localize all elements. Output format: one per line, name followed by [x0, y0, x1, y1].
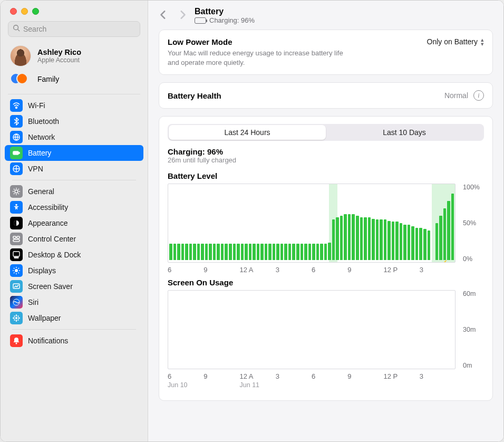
sidebar-item-controlcenter[interactable]: Control Center — [5, 231, 143, 247]
bar — [392, 222, 395, 260]
sidebar-item-accessibility[interactable]: Accessibility — [5, 199, 143, 215]
bar — [419, 228, 422, 261]
bar — [380, 219, 383, 260]
sidebar-item-label: VPN — [28, 165, 43, 173]
sidebar-item-battery[interactable]: Battery — [5, 145, 143, 161]
divider — [12, 180, 136, 180]
main-pane: Battery Charging: 96% Low Power Mode You… — [148, 1, 503, 441]
svg-point-36 — [16, 343, 17, 344]
sidebar-item-screensaver[interactable]: Screen Saver — [5, 278, 143, 294]
x-tick: 12 P — [384, 266, 420, 274]
svg-point-2 — [16, 107, 17, 109]
x-tick: 3 — [420, 372, 455, 380]
x-tick: 12 A — [240, 266, 276, 274]
sidebar-item-label: Bluetooth — [28, 117, 59, 126]
sidebar-item-wifi[interactable]: Wi-Fi — [5, 98, 143, 113]
bar — [387, 221, 391, 260]
minimize-window-icon[interactable] — [21, 8, 28, 15]
svg-point-35 — [14, 319, 16, 321]
date-tick — [312, 381, 347, 389]
displays-icon — [10, 264, 23, 277]
bar — [364, 217, 367, 260]
bar — [288, 244, 292, 260]
bar — [415, 228, 419, 261]
sidebar-list: Wi-FiBluetoothNetworkBatteryVPNGeneralAc… — [1, 98, 148, 349]
x-tick: 6 — [168, 372, 203, 380]
sidebar-item-displays[interactable]: Displays — [5, 263, 143, 278]
family-row[interactable]: Family — [1, 70, 148, 91]
info-icon[interactable]: i — [473, 90, 484, 101]
x-tick: 12 A — [240, 372, 276, 380]
sidebar-item-general[interactable]: General — [5, 184, 143, 199]
accessibility-icon — [10, 201, 23, 214]
x-tick: 6 — [312, 266, 347, 274]
sidebar-item-siri[interactable]: Siri — [5, 294, 143, 310]
controlcenter-icon — [10, 233, 23, 245]
date-labels: Jun 10Jun 11 — [168, 381, 455, 389]
bar — [376, 219, 379, 260]
sidebar-item-notifications[interactable]: Notifications — [5, 333, 143, 349]
close-window-icon[interactable] — [10, 8, 17, 15]
bar — [384, 219, 387, 260]
bar — [260, 244, 264, 260]
bar — [169, 244, 172, 260]
svg-point-27 — [15, 317, 17, 319]
sidebar-item-wallpaper[interactable]: Wallpaper — [5, 310, 143, 326]
svg-rect-11 — [13, 236, 16, 238]
battery-health-card[interactable]: Battery Health Normal i — [159, 82, 493, 109]
bar — [225, 244, 228, 260]
date-tick — [420, 381, 455, 389]
charging-band — [432, 184, 455, 262]
sidebar-item-appearance[interactable]: Appearance — [5, 215, 143, 231]
svg-line-23 — [18, 268, 20, 269]
screen-on-title: Screen On Usage — [168, 278, 484, 287]
bar — [348, 214, 351, 260]
settings-window: Ashley Rico Apple Account Family Wi-FiBl… — [0, 0, 504, 442]
sidebar-item-label: General — [28, 187, 54, 196]
fullscreen-window-icon[interactable] — [32, 8, 39, 15]
nav-forward-button[interactable] — [178, 10, 187, 22]
bar — [209, 244, 212, 260]
network-icon — [10, 131, 23, 143]
bar — [280, 244, 284, 260]
lpm-dropdown-value: Only on Battery — [427, 37, 478, 46]
sidebar-item-bluetooth[interactable]: Bluetooth — [5, 113, 143, 129]
date-tick: Jun 10 — [168, 381, 203, 389]
svg-line-24 — [14, 273, 15, 274]
bar — [292, 244, 295, 260]
sidebar-item-label: Appearance — [28, 219, 68, 227]
bar — [189, 244, 192, 260]
lpm-dropdown[interactable]: Only on Battery ▴▾ — [427, 37, 484, 46]
sidebar-item-network[interactable]: Network — [5, 129, 143, 145]
seg-last-10d[interactable]: Last 10 Days — [326, 125, 483, 140]
bar — [197, 244, 200, 260]
svg-point-32 — [14, 315, 16, 318]
battery-level-chart: Battery Level ⚡ 100%50%0% 6912 A36912 P3 — [168, 171, 484, 274]
wallpaper-icon — [10, 312, 23, 324]
svg-point-16 — [15, 269, 18, 272]
svg-rect-6 — [14, 152, 18, 154]
y-tick: 30m — [463, 326, 484, 333]
svg-point-29 — [16, 320, 17, 322]
sidebar-item-label: Control Center — [28, 235, 76, 243]
sidebar-item-vpn[interactable]: VPN — [5, 161, 143, 177]
nav-back-button[interactable] — [159, 10, 168, 22]
bh-status: Normal — [444, 91, 468, 100]
date-tick — [203, 381, 239, 389]
low-power-mode-card: Low Power Mode Your Mac will reduce ener… — [159, 30, 493, 75]
sidebar-item-desktopdock[interactable]: Desktop & Dock — [5, 247, 143, 263]
lpm-desc: Your Mac will reduce energy usage to inc… — [168, 49, 352, 67]
sidebar-item-label: Accessibility — [28, 203, 68, 212]
search-input[interactable] — [23, 25, 135, 33]
bar — [372, 219, 375, 260]
bar — [320, 244, 323, 260]
search-field[interactable] — [8, 21, 140, 37]
account-row[interactable]: Ashley Rico Apple Account — [1, 41, 148, 70]
x-tick: 3 — [276, 266, 312, 274]
bar — [312, 244, 315, 260]
seg-last-24h[interactable]: Last 24 Hours — [169, 125, 326, 140]
sidebar-item-label: Battery — [28, 149, 51, 157]
date-tick: Jun 11 — [240, 381, 276, 389]
bar — [400, 223, 403, 260]
bar — [193, 244, 196, 260]
